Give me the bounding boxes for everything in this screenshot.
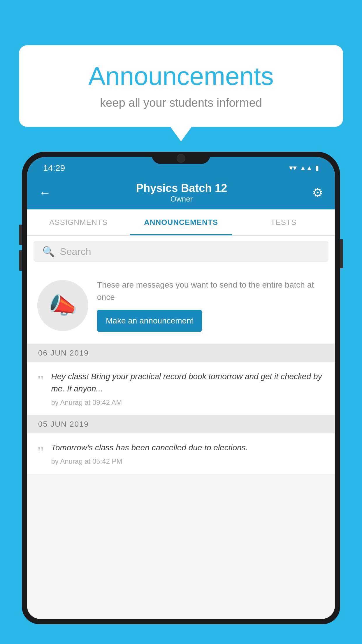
signal-icon: ▲▲ xyxy=(300,164,312,172)
phone-outer: 14:29 ▾▾ ▲▲ ▮ ← Physics Batch 12 Owner ⚙ xyxy=(22,152,340,624)
search-icon: 🔍 xyxy=(42,246,55,257)
settings-icon[interactable]: ⚙ xyxy=(312,186,323,200)
search-placeholder: Search xyxy=(60,246,91,257)
content-area: 🔍 Search 📣 These are messages you want t… xyxy=(27,236,335,619)
phone-screen: 14:29 ▾▾ ▲▲ ▮ ← Physics Batch 12 Owner ⚙ xyxy=(27,157,335,619)
speech-bubble-tail xyxy=(170,126,192,141)
app-bar: ← Physics Batch 12 Owner ⚙ xyxy=(27,176,335,209)
speech-bubble: Announcements keep all your students inf… xyxy=(19,45,343,127)
announcement-item-1[interactable]: " Hey class! Bring your practical record… xyxy=(27,362,335,415)
date-divider-1: 06 JUN 2019 xyxy=(27,344,335,362)
wifi-icon: ▾▾ xyxy=(289,163,297,172)
announcement-text-2: Tomorrow's class has been cancelled due … xyxy=(51,442,325,466)
volume-down-button xyxy=(19,250,22,271)
speech-bubble-container: Announcements keep all your students inf… xyxy=(19,45,343,141)
phone-notch xyxy=(152,152,210,164)
date-text-1: 06 JUN 2019 xyxy=(38,349,89,358)
app-bar-title-container: Physics Batch 12 Owner xyxy=(136,182,227,204)
date-divider-2: 05 JUN 2019 xyxy=(27,415,335,433)
date-text-2: 05 JUN 2019 xyxy=(38,420,89,429)
megaphone-icon: 📣 xyxy=(48,292,78,319)
battery-icon: ▮ xyxy=(315,164,319,172)
power-button xyxy=(340,239,343,268)
status-time: 14:29 xyxy=(43,163,65,173)
tab-assignments[interactable]: ASSIGNMENTS xyxy=(27,209,130,235)
status-icons: ▾▾ ▲▲ ▮ xyxy=(289,163,319,172)
app-bar-title: Physics Batch 12 xyxy=(136,182,227,195)
announcement-author-1: by Anurag at 09:42 AM xyxy=(51,398,325,407)
announcement-right: These are messages you want to send to t… xyxy=(97,279,325,332)
tab-announcements[interactable]: ANNOUNCEMENTS xyxy=(130,209,232,235)
quote-icon-2: " xyxy=(37,444,44,460)
search-bar[interactable]: 🔍 Search xyxy=(34,241,328,262)
announcement-item-2[interactable]: " Tomorrow's class has been cancelled du… xyxy=(27,433,335,474)
search-bar-container: 🔍 Search xyxy=(27,236,335,267)
back-button[interactable]: ← xyxy=(39,186,51,200)
megaphone-circle: 📣 xyxy=(37,280,88,331)
announcement-description: These are messages you want to send to t… xyxy=(97,279,325,303)
speech-bubble-subtitle: keep all your students informed xyxy=(36,96,326,109)
announcement-message-2: Tomorrow's class has been cancelled due … xyxy=(51,442,325,454)
announcement-message-1: Hey class! Bring your practical record b… xyxy=(51,370,325,395)
app-bar-subtitle: Owner xyxy=(136,195,227,204)
announcement-text-1: Hey class! Bring your practical record b… xyxy=(51,370,325,407)
volume-buttons xyxy=(19,225,22,271)
phone-camera xyxy=(177,154,185,163)
quote-icon-1: " xyxy=(37,373,44,389)
make-announcement-button[interactable]: Make an announcement xyxy=(97,310,202,332)
announcement-author-2: by Anurag at 05:42 PM xyxy=(51,457,325,466)
tab-tests[interactable]: TESTS xyxy=(232,209,335,235)
tab-bar: ASSIGNMENTS ANNOUNCEMENTS TESTS xyxy=(27,209,335,236)
announcement-prompt-card: 📣 These are messages you want to send to… xyxy=(27,267,335,344)
volume-up-button xyxy=(19,225,22,245)
phone-container: 14:29 ▾▾ ▲▲ ▮ ← Physics Batch 12 Owner ⚙ xyxy=(22,152,340,644)
speech-bubble-title: Announcements xyxy=(36,61,326,91)
